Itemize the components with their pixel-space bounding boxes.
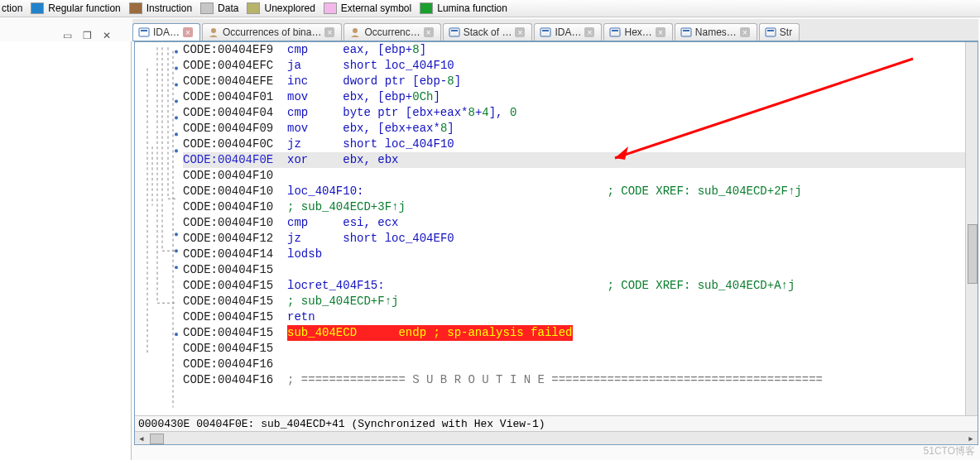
person-icon bbox=[208, 26, 219, 38]
svg-rect-11 bbox=[683, 30, 689, 31]
svg-point-20 bbox=[175, 149, 178, 152]
horizontal-scrollbar[interactable]: ◂ ▸ bbox=[135, 431, 978, 444]
svg-point-17 bbox=[175, 99, 178, 103]
svg-point-2 bbox=[211, 28, 216, 33]
code-line[interactable]: CODE:00404F10 bbox=[183, 168, 966, 184]
svg-point-15 bbox=[175, 66, 178, 69]
code-line[interactable]: CODE:00404F01 mov ebx, [ebp+0Ch] bbox=[183, 89, 966, 105]
tab[interactable]: Occurrences of bina…× bbox=[202, 23, 342, 41]
tab[interactable]: Str bbox=[759, 23, 800, 41]
tab-close-icon[interactable]: × bbox=[740, 27, 750, 37]
tab[interactable]: Stack of …× bbox=[443, 23, 533, 41]
svg-rect-9 bbox=[612, 30, 618, 31]
code-line[interactable]: CODE:00404F14 lodsb bbox=[183, 247, 966, 262]
tab-label: Names… bbox=[695, 26, 737, 38]
scroll-right-icon[interactable]: ▸ bbox=[964, 432, 978, 444]
svg-rect-4 bbox=[449, 28, 459, 36]
legend-item: ction bbox=[2, 2, 22, 14]
legend-label: Unexplored bbox=[264, 2, 315, 14]
ida-icon bbox=[138, 26, 150, 38]
svg-point-21 bbox=[175, 232, 178, 236]
tab-close-icon[interactable]: × bbox=[515, 27, 525, 37]
legend-bar: ctionRegular functionInstructionDataUnex… bbox=[0, 0, 980, 17]
svg-rect-0 bbox=[139, 28, 149, 36]
code-line[interactable]: CODE:00404F09 mov ebx, [ebx+eax*8] bbox=[183, 121, 966, 137]
panel-restore-button[interactable]: ❐ bbox=[81, 30, 93, 41]
code-line[interactable]: CODE:00404F04 cmp byte ptr [ebx+eax*8+4]… bbox=[183, 105, 966, 121]
vertical-scrollbar[interactable] bbox=[965, 42, 978, 416]
str-icon bbox=[765, 26, 776, 38]
code-line[interactable]: CODE:00404F16 ; =============== S U B R … bbox=[183, 372, 966, 388]
code-line[interactable]: CODE:00404F10 loc_404F10: ; CODE XREF: s… bbox=[183, 184, 966, 199]
svg-rect-7 bbox=[542, 30, 549, 31]
panel-close-button[interactable]: ✕ bbox=[101, 30, 113, 41]
tab[interactable]: IDA…× bbox=[132, 23, 200, 41]
legend-swatch bbox=[324, 2, 337, 14]
code-line[interactable]: CODE:00404F15 retn bbox=[183, 309, 966, 325]
watermark: 51CTO博客 bbox=[924, 444, 975, 458]
tab[interactable]: Occurrenc…× bbox=[343, 23, 440, 41]
code-line[interactable]: CODE:00404F0E xor ebx, ebx bbox=[183, 152, 966, 168]
side-panel bbox=[0, 41, 132, 460]
legend-label: ction bbox=[2, 2, 22, 14]
svg-rect-8 bbox=[610, 28, 620, 36]
code-line[interactable]: CODE:00404F15 bbox=[183, 341, 966, 357]
tab-label: Occurrenc… bbox=[364, 26, 420, 38]
legend-label: Instruction bbox=[147, 2, 192, 14]
svg-point-18 bbox=[175, 116, 178, 119]
code-line[interactable]: CODE:00404F12 jz short loc_404EF0 bbox=[183, 231, 966, 247]
hex-icon bbox=[609, 26, 621, 38]
panel-minimize-button[interactable]: ▭ bbox=[61, 30, 73, 41]
svg-point-23 bbox=[175, 266, 178, 269]
person-icon bbox=[349, 26, 361, 38]
legend-label: Data bbox=[218, 2, 238, 14]
legend-swatch bbox=[31, 2, 44, 14]
code-line[interactable]: CODE:00404EFC ja short loc_404F10 bbox=[183, 58, 966, 74]
legend-item: Data bbox=[200, 2, 238, 14]
tab-close-icon[interactable]: × bbox=[424, 27, 434, 37]
legend-item: Regular function bbox=[31, 2, 120, 14]
svg-rect-12 bbox=[766, 28, 776, 36]
svg-point-22 bbox=[175, 249, 178, 252]
tab[interactable]: Hex…× bbox=[603, 23, 672, 41]
tab-label: Hex… bbox=[624, 26, 651, 38]
stack-icon bbox=[449, 26, 460, 38]
tab-label: IDA… bbox=[555, 26, 581, 38]
svg-rect-6 bbox=[540, 28, 550, 36]
tab-close-icon[interactable]: × bbox=[324, 27, 334, 37]
legend-item: Unexplored bbox=[247, 2, 315, 14]
ida-icon bbox=[540, 26, 551, 38]
disassembly-view[interactable]: CODE:00404EF9 cmp eax, [ebp+8] CODE:0040… bbox=[134, 41, 978, 445]
code-line[interactable]: CODE:00404EFE inc dword ptr [ebp-8] bbox=[183, 74, 966, 89]
tab-close-icon[interactable]: × bbox=[656, 27, 665, 37]
tab[interactable]: Names…× bbox=[675, 23, 757, 41]
code-line[interactable]: CODE:00404F16 bbox=[183, 357, 966, 372]
legend-swatch bbox=[129, 2, 142, 14]
disassembly-lines[interactable]: CODE:00404EF9 cmp eax, [ebp+8] CODE:0040… bbox=[183, 42, 966, 416]
svg-rect-10 bbox=[681, 28, 691, 36]
code-line[interactable]: CODE:00404F15 bbox=[183, 262, 966, 278]
legend-item: Instruction bbox=[129, 2, 192, 14]
tab-close-icon[interactable]: × bbox=[183, 27, 193, 37]
tab[interactable]: IDA…× bbox=[534, 23, 602, 41]
code-line[interactable]: CODE:00404F15 sub_404ECD endp ; sp-analy… bbox=[183, 325, 966, 341]
scroll-left-icon[interactable]: ◂ bbox=[135, 432, 148, 444]
legend-swatch bbox=[247, 2, 260, 14]
svg-point-3 bbox=[353, 28, 358, 33]
code-line[interactable]: CODE:00404F0C jz short loc_404F10 bbox=[183, 137, 966, 152]
code-line[interactable]: CODE:00404F15 ; sub_404ECD+F↑j bbox=[183, 294, 966, 309]
names-icon bbox=[680, 26, 692, 38]
tab-label: IDA… bbox=[153, 26, 180, 38]
legend-label: External symbol bbox=[341, 2, 411, 14]
legend-label: Regular function bbox=[48, 2, 120, 14]
code-line[interactable]: CODE:00404EF9 cmp eax, [ebp+8] bbox=[183, 42, 966, 58]
code-line[interactable]: CODE:00404F15 locret_404F15: ; CODE XREF… bbox=[183, 278, 966, 294]
svg-rect-1 bbox=[141, 30, 147, 31]
code-line[interactable]: CODE:00404F10 cmp esi, ecx bbox=[183, 215, 966, 231]
tab-label: Stack of … bbox=[464, 26, 512, 38]
flow-arrow-gutter bbox=[135, 42, 181, 416]
tab-label: Occurrences of bina… bbox=[223, 26, 321, 38]
tab-close-icon[interactable]: × bbox=[584, 27, 594, 37]
legend-label: Lumina function bbox=[437, 2, 507, 14]
code-line[interactable]: CODE:00404F10 ; sub_404ECD+3F↑j bbox=[183, 199, 966, 215]
